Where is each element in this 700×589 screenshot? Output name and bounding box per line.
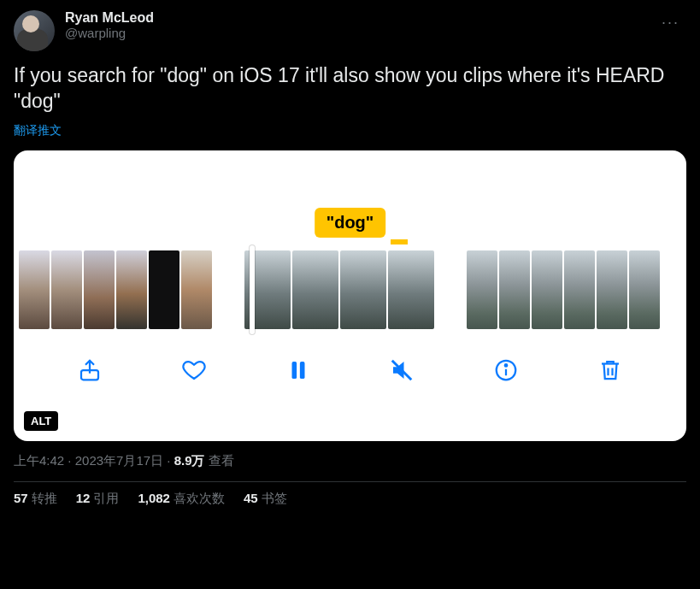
media-card[interactable]: "dog" (14, 150, 686, 441)
mute-icon[interactable] (385, 354, 418, 386)
tweet-date[interactable]: 2023年7月17日 (75, 453, 163, 468)
avatar[interactable] (14, 10, 55, 51)
clip-group-3[interactable] (467, 250, 660, 329)
media-top: "dog" (14, 150, 686, 233)
clip-group-2[interactable] (244, 250, 434, 329)
share-icon[interactable] (74, 354, 106, 386)
video-frame (292, 250, 338, 329)
media-controls (14, 335, 686, 402)
trash-icon[interactable] (594, 354, 626, 386)
video-frame (51, 250, 82, 329)
pill-tick (391, 239, 408, 244)
display-name: Ryan McLeod (65, 10, 154, 26)
tweet-stats: 57转推 12引用 1,082喜欢次数 45书签 (14, 491, 686, 507)
search-pill: "dog" (315, 208, 386, 238)
more-button[interactable]: ··· (655, 10, 686, 35)
video-frame (532, 250, 562, 329)
svg-rect-1 (291, 362, 297, 379)
video-frame (388, 250, 434, 329)
heart-icon[interactable] (178, 354, 210, 386)
tweet-meta: 上午4:42 · 2023年7月17日 · 8.9万 查看 (14, 453, 686, 469)
tweet-text: If you search for "dog" on iOS 17 it'll … (14, 63, 686, 115)
video-frame (629, 250, 660, 329)
views-label: 查看 (205, 453, 234, 468)
pause-icon[interactable] (282, 354, 315, 386)
video-timeline[interactable] (14, 233, 686, 335)
video-frame (467, 250, 497, 329)
alt-badge[interactable]: ALT (24, 411, 58, 431)
tweet-header: Ryan McLeod @warpling ··· (14, 10, 686, 51)
video-frame (499, 250, 530, 329)
info-icon[interactable] (490, 354, 522, 386)
video-frame (149, 250, 179, 329)
retweets-stat[interactable]: 57转推 (14, 491, 57, 507)
clip-group-1[interactable] (19, 250, 212, 329)
playhead[interactable] (250, 245, 255, 334)
handle: @warpling (65, 26, 154, 40)
svg-point-6 (505, 364, 508, 367)
video-frame (340, 250, 386, 329)
views-count: 8.9万 (174, 453, 205, 468)
translate-link[interactable]: 翻译推文 (14, 123, 686, 138)
author-block[interactable]: Ryan McLeod @warpling (65, 10, 154, 40)
video-frame (564, 250, 595, 329)
tweet-time[interactable]: 上午4:42 (14, 453, 64, 468)
video-frame (19, 250, 50, 329)
svg-rect-2 (299, 362, 304, 379)
video-frame (181, 250, 212, 329)
divider (14, 481, 686, 482)
quotes-stat[interactable]: 12引用 (76, 491, 120, 507)
likes-stat[interactable]: 1,082喜欢次数 (138, 491, 225, 507)
video-frame (116, 250, 147, 329)
video-frame (84, 250, 115, 329)
video-frame (597, 250, 627, 329)
bookmarks-stat[interactable]: 45书签 (244, 491, 287, 507)
